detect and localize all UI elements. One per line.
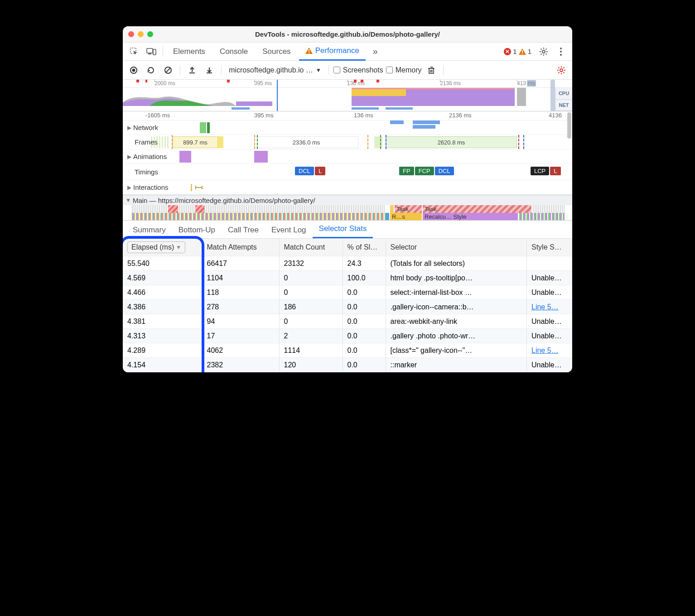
tab-performance[interactable]: Performance	[299, 43, 366, 61]
cell-count: 1114	[279, 343, 343, 358]
dtab-bottom-up[interactable]: Bottom-Up	[172, 222, 222, 238]
task-block[interactable]: Recalcu… Style	[423, 213, 518, 221]
disclosure-icon[interactable]: ▶	[127, 184, 131, 191]
memory-checkbox[interactable]: Memory	[386, 66, 422, 74]
dtab-summary[interactable]: Summary	[126, 222, 172, 238]
table-row[interactable]: 4.46611800.0select:-internal-list-box …U…	[123, 285, 572, 300]
cell-style[interactable]: Line 5…	[527, 343, 572, 358]
track-network[interactable]: ▶Network	[123, 120, 572, 135]
cell-slow: 0.0	[343, 300, 386, 314]
cell-count: 23132	[279, 256, 343, 271]
col-elapsed[interactable]: Elapsed (ms) ▼	[123, 239, 202, 256]
clear-button[interactable]	[161, 63, 175, 77]
table-row[interactable]: 4.289406211140.0[class*=" gallery-icon--…	[123, 343, 572, 358]
dtab-event-log[interactable]: Event Log	[265, 222, 313, 238]
svg-point-10	[560, 51, 562, 53]
svg-rect-21	[352, 88, 515, 89]
cell-selector: (Totals for all selectors)	[386, 256, 527, 271]
tab-label: Sources	[262, 47, 290, 56]
cell-selector: area:-webkit-any-link	[386, 314, 527, 329]
track-animations[interactable]: ▶Animations	[123, 149, 572, 164]
timing-fcp: FCP	[415, 167, 434, 175]
table-row[interactable]: 4.3862781860.0.gallery-icon--camera::b…L…	[123, 300, 572, 314]
col-selector[interactable]: Selector	[386, 239, 527, 256]
issues-badge[interactable]: ✕ 1 1	[501, 47, 534, 56]
dtab-label: Event Log	[271, 226, 306, 234]
track-timings[interactable]: Timings DCLL FPFCPDCL LCPL	[123, 164, 572, 180]
inspect-element-icon[interactable]	[126, 44, 142, 59]
timeline-overview[interactable]: 2000 ms 395 ms 136 ms 2136 ms 413ms	[123, 80, 572, 111]
device-emulation-icon[interactable]	[144, 44, 159, 59]
timing-dcl2: DCL	[435, 167, 454, 175]
track-label-text: Network	[133, 124, 158, 131]
cell-count: 0	[279, 285, 343, 300]
dtab-label: Summary	[133, 226, 166, 234]
col-style[interactable]: Style S…	[527, 239, 572, 256]
selector-stats-table: Elapsed (ms) ▼ Match Attempts Match Coun…	[123, 239, 572, 372]
tab-elements[interactable]: Elements	[167, 43, 212, 61]
svg-rect-1	[147, 48, 153, 53]
svg-rect-2	[148, 53, 151, 54]
frame-duration: 2336.0 ms	[293, 139, 320, 146]
table-row[interactable]: 4.15423821200.0::markerUnable…	[123, 358, 572, 372]
more-options-icon[interactable]	[553, 44, 569, 59]
cell-attempts: 4062	[202, 343, 279, 358]
track-label-text: Frames	[135, 138, 158, 146]
disclosure-icon[interactable]: ▶	[127, 125, 131, 131]
table-row[interactable]: 4.3131720.0.gallery .photo .photo-wr…Una…	[123, 329, 572, 343]
svg-rect-22	[517, 88, 526, 106]
tab-console[interactable]: Console	[213, 43, 254, 61]
screenshots-input[interactable]	[333, 67, 340, 73]
track-label-text: Timings	[135, 168, 158, 176]
settings-icon[interactable]	[536, 44, 551, 59]
col-label: Match Attempts	[207, 243, 257, 251]
detail-tabs: Summary Bottom-Up Call Tree Event Log Se…	[123, 221, 572, 239]
tick: 395 ms	[254, 80, 272, 87]
disclosure-icon[interactable]: ▼	[125, 197, 131, 203]
screenshots-label: Screenshots	[343, 66, 383, 74]
cell-slow: 0.0	[343, 314, 386, 329]
tracks-scrollbar[interactable]	[567, 112, 571, 139]
cell-elapsed: 4.569	[123, 271, 202, 285]
cell-attempts: 278	[202, 300, 279, 314]
screenshots-checkbox[interactable]: Screenshots	[333, 66, 383, 74]
cell-style	[527, 256, 572, 271]
task-block[interactable]: Task	[395, 205, 422, 213]
col-label: Style S…	[531, 243, 562, 251]
svg-point-8	[542, 50, 545, 53]
dtab-selector-stats[interactable]: Selector Stats	[313, 221, 373, 238]
main-thread-header[interactable]: ▼ Main — https://microsoftedge.github.io…	[123, 195, 572, 205]
download-button[interactable]	[202, 63, 217, 77]
collect-garbage-button[interactable]	[424, 63, 439, 77]
col-attempts[interactable]: Match Attempts	[202, 239, 279, 256]
record-button[interactable]	[126, 63, 141, 77]
profile-target-dropdown[interactable]: microsoftedge.github.io … ▼	[226, 66, 324, 74]
table-row[interactable]: 55.540664172313224.3(Totals for all sele…	[123, 256, 572, 271]
cell-count: 120	[279, 358, 343, 372]
reload-button[interactable]	[144, 63, 158, 77]
main-thread-flame[interactable]: ▼ Main — https://microsoftedge.github.io…	[123, 195, 572, 221]
timeline-tracks[interactable]: -1605 ms 395 ms 136 ms 2136 ms 4136 ▶Net…	[123, 111, 572, 195]
tab-sources[interactable]: Sources	[256, 43, 297, 61]
table-row[interactable]: 4.3819400.0area:-webkit-any-linkUnable…	[123, 314, 572, 329]
col-count[interactable]: Match Count	[279, 239, 343, 256]
track-interactions[interactable]: ▶Interactions	[123, 180, 572, 195]
cell-attempts: 2382	[202, 358, 279, 372]
track-frames[interactable]: Frames 899.7 ms 2336.0 ms 2620.8 ms	[123, 135, 572, 149]
svg-point-11	[560, 54, 562, 56]
upload-button[interactable]	[185, 63, 199, 77]
tick: 395 ms	[254, 112, 274, 119]
memory-input[interactable]	[386, 67, 393, 73]
task-block[interactable]: R…s	[390, 213, 422, 221]
disclosure-icon[interactable]: ▶	[127, 154, 131, 160]
task-block[interactable]: Task	[423, 205, 531, 213]
main-thread-label: Main — https://microsoftedge.github.io/D…	[133, 197, 315, 204]
more-tabs-icon[interactable]: »	[367, 44, 383, 59]
cell-style[interactable]: Line 5…	[527, 300, 572, 314]
dtab-call-tree[interactable]: Call Tree	[222, 222, 265, 238]
col-slow[interactable]: % of Sl…	[343, 239, 386, 256]
capture-settings-icon[interactable]	[554, 63, 569, 77]
overview-drag-handle[interactable]	[550, 80, 555, 111]
table-row[interactable]: 4.56911040100.0html body .ps-tooltip[po……	[123, 271, 572, 285]
selector-stats-table-wrapper: Elapsed (ms) ▼ Match Attempts Match Coun…	[123, 239, 572, 372]
